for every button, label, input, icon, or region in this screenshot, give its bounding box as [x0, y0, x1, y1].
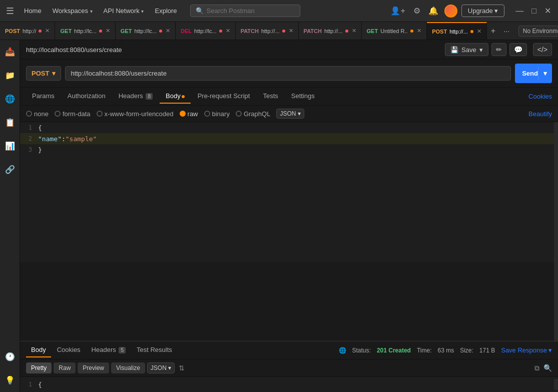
tab-close-icon[interactable]: ✕ — [352, 28, 356, 34]
tab-patch-2[interactable]: PATCH http://... ✕ — [299, 22, 362, 40]
api-network-arrow-icon: ▾ — [141, 9, 144, 14]
radio-raw[interactable]: raw — [180, 110, 198, 118]
tab-close-icon[interactable]: ✕ — [477, 28, 481, 35]
tab-dot — [39, 30, 42, 33]
tab-dot — [410, 30, 413, 33]
tab-close-icon[interactable]: ✕ — [289, 28, 293, 34]
tab-settings[interactable]: Settings — [285, 89, 321, 104]
tab-get-1[interactable]: GET http://lc... ✕ — [55, 22, 115, 40]
menu-icon[interactable]: ☰ — [4, 4, 16, 19]
environment-select[interactable]: No Environment — [518, 26, 558, 37]
tab-close-icon[interactable]: ✕ — [45, 28, 50, 34]
code-editor[interactable]: 1 { 2 "name":"sample" 3 } — [20, 122, 554, 262]
tab-patch-1[interactable]: PATCH http://... ✕ — [236, 22, 299, 40]
tab-get-untitled[interactable]: GET Untitled R... ✕ — [362, 22, 427, 40]
close-button[interactable]: ✕ — [541, 5, 554, 17]
radio-binary[interactable]: binary — [204, 110, 230, 118]
maximize-button[interactable]: □ — [528, 5, 539, 17]
radio-graphql[interactable]: GraphQL — [236, 110, 270, 118]
status-label: Status: — [352, 347, 371, 354]
sidebar-clock-icon[interactable]: 🕐 — [2, 349, 18, 364]
save-button[interactable]: 💾 Save ▾ — [445, 43, 488, 56]
tab-dot — [470, 30, 473, 33]
radio-url-encoded[interactable]: x-www-form-urlencoded — [97, 110, 174, 118]
url-bar: POST ▾ Send ▾ — [20, 60, 558, 88]
code-view-button[interactable]: </> — [533, 43, 552, 56]
save-icon: 💾 — [450, 46, 458, 54]
resp-filter-icon[interactable]: ⇅ — [179, 364, 185, 372]
tab-post-1[interactable]: POST http:// ✕ — [0, 22, 55, 40]
radio-form-data[interactable]: form-data — [55, 110, 91, 118]
method-select[interactable]: POST ▾ — [26, 66, 61, 81]
json-value: "sample" — [66, 135, 97, 143]
tab-headers[interactable]: Headers 8 — [113, 89, 159, 104]
tab-params[interactable]: Params — [26, 89, 61, 104]
tab-get-2[interactable]: GET http://lc... ✕ — [116, 22, 176, 40]
sidebar-connect-icon[interactable]: 🔗 — [2, 162, 18, 177]
resp-tab-test-results[interactable]: Test Results — [132, 343, 177, 357]
url-input[interactable] — [65, 66, 511, 81]
resp-visualize-button[interactable]: Visualize — [111, 362, 145, 373]
line-number: 1 — [20, 124, 38, 131]
tab-tests[interactable]: Tests — [257, 89, 284, 104]
resp-copy-icon[interactable]: ⧉ — [534, 364, 539, 372]
sidebar-lightbulb-icon[interactable]: 💡 — [2, 372, 18, 388]
editor-scrollbar[interactable] — [554, 122, 558, 341]
response-toolbar: Pretty Raw Preview Visualize JSON ▾ ⇅ ⧉ … — [20, 359, 558, 377]
nav-home[interactable]: Home — [19, 5, 47, 17]
settings-icon[interactable]: ⚙ — [411, 4, 422, 18]
sidebar-collection-icon[interactable]: 📁 — [2, 68, 18, 83]
avatar[interactable] — [444, 5, 457, 18]
sidebar-inbox-icon[interactable]: 📥 — [2, 44, 18, 60]
send-arrow-icon[interactable]: ▾ — [538, 67, 552, 80]
tab-pre-request[interactable]: Pre-request Script — [192, 89, 256, 104]
tab-body[interactable]: Body — [160, 89, 191, 104]
tab-close-icon[interactable]: ✕ — [417, 28, 421, 34]
add-tab-button[interactable]: + — [487, 27, 499, 36]
edit-icon-button[interactable]: ✏ — [491, 43, 506, 56]
upgrade-button[interactable]: Upgrade ▾ — [461, 5, 505, 17]
search-input[interactable] — [207, 7, 295, 15]
resp-scrollbar[interactable] — [554, 379, 558, 390]
sidebar-env-icon[interactable]: 🌐 — [2, 91, 18, 107]
resp-tab-body[interactable]: Body — [26, 343, 51, 357]
cookies-link[interactable]: Cookies — [528, 93, 552, 100]
resp-tab-headers[interactable]: Headers 5 — [87, 343, 131, 357]
radio-none[interactable]: none — [26, 110, 49, 118]
bell-icon[interactable]: 🔔 — [426, 4, 440, 18]
nav-workspaces[interactable]: Workspaces ▾ — [48, 5, 98, 17]
tab-post-active[interactable]: POST http://... ✕ — [427, 22, 487, 40]
sidebar-chart-icon[interactable]: 📊 — [2, 138, 18, 154]
nav-api-network[interactable]: API Network ▾ — [99, 5, 149, 17]
search-bar[interactable]: 🔍 — [190, 5, 300, 17]
tab-authorization[interactable]: Authorization — [62, 89, 112, 104]
resp-raw-button[interactable]: Raw — [54, 362, 76, 373]
tab-dot — [282, 30, 285, 33]
add-user-icon[interactable]: 👤+ — [388, 4, 407, 18]
nav-links: Home Workspaces ▾ API Network ▾ Explore — [19, 5, 182, 17]
send-button[interactable]: Send ▾ — [515, 64, 552, 83]
comment-icon-button[interactable]: 💬 — [509, 43, 527, 56]
code-editor-wrapper: 1 { 2 "name":"sample" 3 } — [20, 122, 558, 341]
json-select[interactable]: JSON ▾ — [276, 109, 304, 119]
more-tabs-button[interactable]: ··· — [499, 27, 513, 35]
save-response-button[interactable]: Save Response ▾ — [501, 346, 552, 354]
resp-search-icon[interactable]: 🔍 — [543, 364, 552, 372]
tab-dot — [219, 30, 222, 33]
tab-close-icon[interactable]: ✕ — [106, 28, 110, 34]
resp-pretty-button[interactable]: Pretty — [26, 362, 52, 373]
minimize-button[interactable]: — — [512, 5, 526, 17]
nav-explore[interactable]: Explore — [150, 5, 182, 17]
tab-del-1[interactable]: DEL http://lc... ✕ — [176, 22, 236, 40]
resp-json-select[interactable]: JSON ▾ — [147, 362, 175, 373]
headers-badge: 8 — [146, 93, 153, 100]
size-label: Size: — [460, 347, 473, 354]
resp-tab-cookies[interactable]: Cookies — [52, 343, 86, 357]
response-code[interactable]: 1 { — [20, 377, 558, 392]
resp-preview-button[interactable]: Preview — [78, 362, 109, 373]
tab-close-icon[interactable]: ✕ — [226, 28, 230, 34]
sidebar-history-icon[interactable]: 📋 — [2, 115, 18, 130]
tab-method-label: POST — [432, 29, 447, 35]
beautify-button[interactable]: Beautify — [528, 110, 552, 118]
tab-close-icon[interactable]: ✕ — [166, 28, 170, 34]
